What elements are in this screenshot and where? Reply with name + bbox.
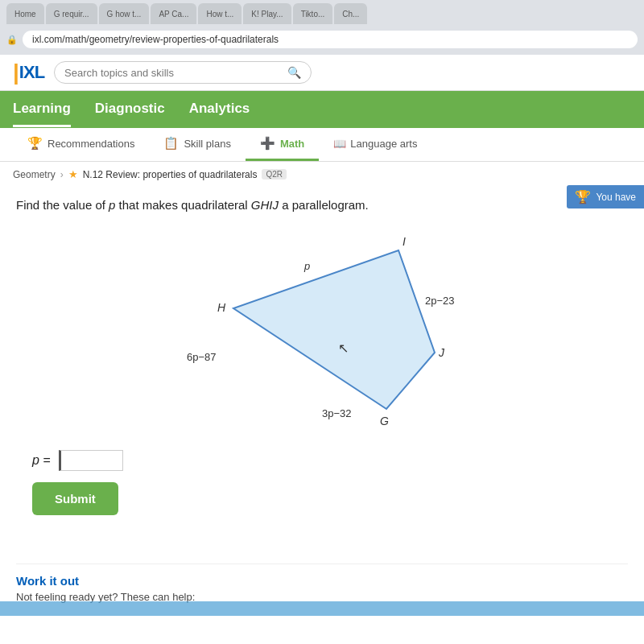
parallelogram-shape: [233, 250, 435, 409]
browser-bar: 🔒 ixl.com/math/geometry/review-propertie…: [0, 24, 644, 55]
nav-diagnostic[interactable]: Diagnostic: [95, 93, 165, 127]
tab-apca[interactable]: AP Ca...: [151, 3, 196, 24]
label-top-p: p: [303, 260, 310, 272]
sub-nav-language-arts[interactable]: 📖 Language arts: [319, 128, 431, 161]
label-right-2p23: 2p−23: [425, 295, 455, 307]
vertex-J: J: [438, 346, 445, 359]
recommendations-icon: 🏆: [27, 136, 43, 151]
skill-plans-icon: 📋: [163, 136, 179, 151]
breadcrumb: Geometry › ★ N.12 Review: properties of …: [0, 162, 644, 184]
variable-p: p: [109, 198, 115, 212]
vertex-I: I: [402, 235, 406, 248]
cursor: ↖: [338, 341, 349, 355]
p-equals-label: p =: [32, 453, 51, 468]
tab-tikto[interactable]: Tikto...: [293, 3, 333, 24]
content-area: Find the value of p that makes quadrilat…: [0, 184, 644, 616]
language-arts-icon: 📖: [333, 138, 346, 150]
tab-kplay[interactable]: K! Play...: [243, 3, 291, 24]
vertex-H: H: [217, 301, 226, 314]
label-bottom-3p32: 3p−32: [322, 407, 352, 419]
blue-bottom-strip: [0, 601, 644, 616]
breadcrumb-star-icon: ★: [68, 168, 78, 180]
answer-row: p =: [16, 450, 628, 471]
sub-nav-skill-plans[interactable]: 📋 Skill plans: [149, 128, 246, 161]
diagram-container: I H G J p 2p−23 3p−32 6p−87 ↖: [169, 228, 475, 437]
search-icon: 🔍: [287, 66, 301, 79]
tab-howt[interactable]: G how t...: [99, 3, 150, 24]
ixl-header: | IXL 🔍: [0, 55, 644, 91]
sub-nav-recommendations[interactable]: 🏆 Recommendations: [13, 128, 149, 161]
sub-nav-math[interactable]: ➕ Math: [246, 128, 319, 161]
breadcrumb-separator: ›: [60, 169, 64, 180]
work-it-out-section: Work it out Not feeling ready yet? These…: [16, 564, 628, 603]
sub-nav-skill-plans-label: Skill plans: [184, 138, 231, 150]
quadrilateral-name: GHIJ: [251, 198, 279, 212]
nav-analytics[interactable]: Analytics: [189, 93, 250, 127]
tab-ch[interactable]: Ch...: [334, 3, 367, 24]
search-bar[interactable]: 🔍: [54, 61, 312, 84]
vertex-G: G: [380, 415, 389, 427]
url-bar[interactable]: ixl.com/math/geometry/review-properties-…: [23, 31, 638, 48]
question-text: Find the value of p that makes quadrilat…: [16, 196, 628, 215]
breadcrumb-parent[interactable]: Geometry: [13, 169, 56, 180]
tab-home[interactable]: Home: [6, 3, 44, 24]
sub-nav-recommendations-label: Recommendations: [47, 138, 134, 150]
breadcrumb-skill: N.12 Review: properties of quadrilateral…: [83, 169, 258, 180]
sub-nav-language-arts-label: Language arts: [350, 138, 417, 150]
answer-input[interactable]: [59, 450, 123, 471]
logo-bracket: |: [13, 61, 19, 84]
math-icon: ➕: [260, 136, 275, 151]
search-input[interactable]: [64, 67, 281, 79]
logo-text: IXL: [19, 62, 44, 83]
page: | IXL 🔍 Learning Diagnostic Analytics 🏆 …: [0, 55, 644, 644]
ixl-logo: | IXL: [13, 61, 44, 84]
tab-requir[interactable]: G requir...: [46, 3, 97, 24]
nav-learning[interactable]: Learning: [13, 93, 71, 127]
favicon: 🔒: [6, 35, 18, 45]
diagram-svg: I H G J p 2p−23 3p−32 6p−87 ↖: [169, 228, 475, 437]
work-it-out-title: Work it out: [16, 574, 628, 588]
sub-nav-math-label: Math: [280, 138, 304, 150]
submit-button[interactable]: Submit: [32, 482, 118, 515]
tab-bar: Home G requir... G how t... AP Ca... How…: [0, 0, 644, 24]
tab-howt2[interactable]: How t...: [198, 3, 242, 24]
label-left-6p87: 6p−87: [187, 351, 217, 363]
nav-bar: Learning Diagnostic Analytics: [0, 91, 644, 128]
sub-nav: 🏆 Recommendations 📋 Skill plans ➕ Math 📖…: [0, 128, 644, 162]
skill-badge: Q2R: [262, 169, 287, 180]
